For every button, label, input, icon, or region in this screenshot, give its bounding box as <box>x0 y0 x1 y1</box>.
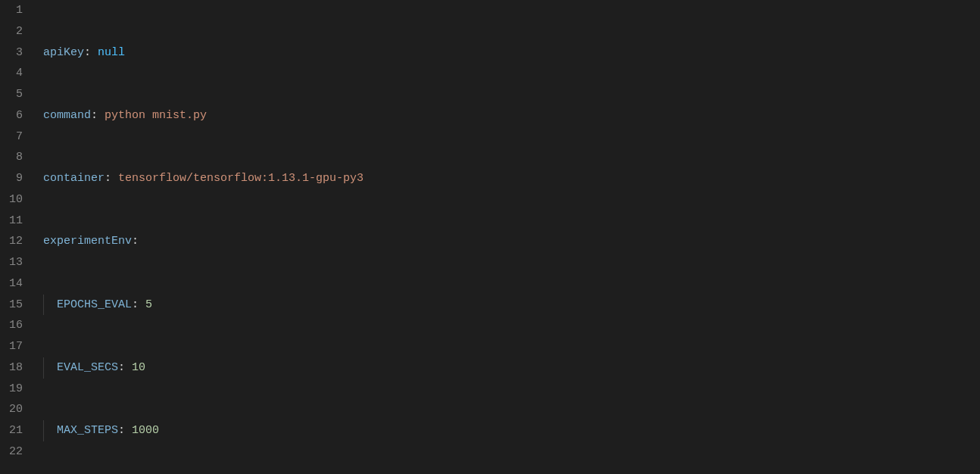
yaml-key: EVAL_SECS <box>57 361 118 374</box>
yaml-value: 5 <box>145 298 152 311</box>
line-number: 6 <box>0 105 23 126</box>
line-number: 14 <box>0 273 23 295</box>
line-number: 16 <box>0 315 23 336</box>
code-line[interactable]: container: tensorflow/tensorflow:1.13.1-… <box>36 168 980 189</box>
code-content[interactable]: apiKey: null command: python mnist.py co… <box>36 0 980 474</box>
line-number: 1 <box>0 0 23 21</box>
code-line[interactable]: EPOCHS_EVAL: 5 <box>36 295 980 316</box>
code-editor[interactable]: 1 2 3 4 5 6 7 8 9 10 11 12 13 14 15 16 1… <box>0 0 980 474</box>
line-number: 10 <box>0 189 23 210</box>
line-number: 5 <box>0 84 23 105</box>
line-number: 11 <box>0 210 23 232</box>
yaml-key: container <box>43 172 105 185</box>
code-line[interactable]: command: python mnist.py <box>36 105 980 126</box>
line-number: 2 <box>0 21 23 42</box>
line-number: 18 <box>0 357 23 379</box>
line-number: 21 <box>0 420 23 441</box>
line-number-gutter: 1 2 3 4 5 6 7 8 9 10 11 12 13 14 15 16 1… <box>0 0 36 474</box>
line-number: 20 <box>0 399 23 420</box>
line-number: 7 <box>0 126 23 148</box>
code-line[interactable]: apiKey: null <box>36 42 980 64</box>
line-number: 22 <box>0 441 23 463</box>
yaml-key: experimentEnv <box>43 235 132 248</box>
yaml-value: 1000 <box>132 424 159 437</box>
code-line[interactable]: EVAL_SECS: 10 <box>36 357 980 379</box>
code-line[interactable]: experimentEnv: <box>36 231 980 252</box>
yaml-key: EPOCHS_EVAL <box>57 298 132 311</box>
yaml-value: 10 <box>132 361 145 374</box>
line-number: 13 <box>0 252 23 273</box>
line-number: 9 <box>0 168 23 189</box>
yaml-value: python mnist.py <box>105 109 207 122</box>
line-number: 4 <box>0 63 23 84</box>
line-number: 8 <box>0 147 23 168</box>
line-number: 17 <box>0 336 23 357</box>
line-number: 3 <box>0 42 23 64</box>
line-number: 12 <box>0 231 23 252</box>
line-number: 19 <box>0 379 23 400</box>
yaml-key: command <box>43 109 91 122</box>
line-number: 15 <box>0 295 23 316</box>
yaml-key: apiKey <box>43 46 84 59</box>
code-line[interactable]: MAX_STEPS: 1000 <box>36 420 980 441</box>
yaml-value: null <box>98 46 125 59</box>
yaml-key: MAX_STEPS <box>57 424 118 437</box>
yaml-value: tensorflow/tensorflow:1.13.1-gpu-py3 <box>118 172 364 185</box>
